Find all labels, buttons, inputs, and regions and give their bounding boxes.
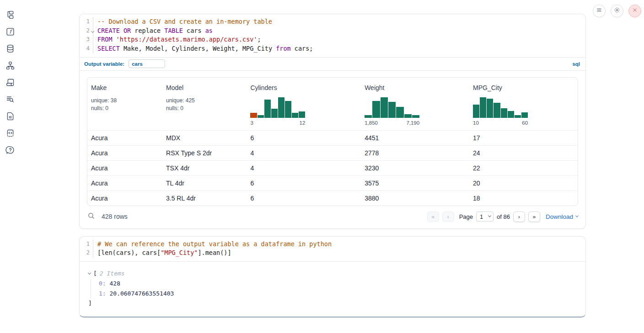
page-select[interactable]: 1 [476,211,494,222]
row-count: 428 rows [102,213,128,220]
table-row[interactable]: AcuraTL 4dr6357520 [87,175,578,190]
prev-page-button[interactable]: ‹ [442,211,454,222]
table-cell: Acura [87,180,162,187]
code-token: replace [131,27,164,34]
table-cell: 17 [469,134,578,142]
output-variable-input[interactable] [129,59,165,68]
line-number: 4 [80,44,93,53]
column-histogram: 1060 [473,95,528,126]
close-bracket: ] [88,299,576,307]
divider [80,70,585,71]
code-token: cars; [291,45,313,52]
tree-value: 428 [106,280,120,287]
tree-root: [ 2 Items [88,269,576,278]
page-select-value: 1 [480,213,483,220]
line-number: 3 [80,35,93,44]
line-number: 1 [80,17,93,26]
scratchpad-icon[interactable] [5,78,15,87]
table-header: Makeunique: 38nulls: 0Modelunique: 425nu… [87,78,578,130]
table-cell: Acura [87,149,162,157]
snippets-icon[interactable] [5,128,15,138]
column-label[interactable]: Weight [365,84,469,91]
histogram-bar [258,115,264,118]
code-token: cars [183,27,205,34]
last-page-button[interactable]: » [528,211,540,222]
histogram-axis-labels: 1,8507,190 [365,120,419,126]
code-line[interactable]: # We can reference the output variable a… [97,240,585,249]
line-number: 1 [80,240,93,249]
code-token: -- Download a CSV and create an in-memor… [97,18,272,25]
table-cell: MDX [162,134,247,142]
table-cell: TSX 4dr [162,164,247,172]
code-token: SELECT [97,45,120,52]
tree-entries: 0: 4281: 20.060747663551403 [91,279,576,299]
histogram-bar [480,97,486,118]
column-label[interactable]: Make [91,84,162,91]
table-footer: 428 rows « ‹ Page 1 of 86 › » Download [80,206,585,228]
python-code-editor[interactable]: 12 # We can reference the output variabl… [80,237,585,261]
table-row[interactable]: AcuraMDX6445117 [87,130,578,145]
tree-entry: 0: 428 [99,279,576,289]
column-stats: unique: 38nulls: 0 [91,97,162,112]
table-cell: 2778 [361,149,469,157]
sql-code-editor[interactable]: 1234 -- Download a CSV and create an in-… [80,14,585,57]
python-code-lines[interactable]: # We can reference the output variable a… [93,240,585,258]
table-cell: 6 [247,180,361,187]
documentation-icon[interactable] [5,111,15,121]
histogram-bars [250,95,305,118]
variables-icon[interactable]: f [5,27,15,37]
search-icon[interactable] [87,212,95,222]
histogram-bar [271,109,278,118]
open-bracket: [ [93,270,97,277]
table-row[interactable]: AcuraRSX Type S 2dr4277824 [87,145,578,160]
tree-key: 1: [99,290,106,297]
help-icon[interactable] [5,145,15,155]
code-token: CREATE OR [97,27,131,34]
next-page-button[interactable]: › [513,211,525,222]
table-row[interactable]: Acura3.5 RL 4dr6388018 [87,190,578,206]
column-label[interactable]: Model [166,84,247,91]
histogram-bar [278,97,284,118]
table-row[interactable]: AcuraTSX 4dr4323022 [87,160,578,175]
tree-entry: 1: 20.060747663551403 [99,289,576,299]
download-button[interactable]: Download [546,213,578,220]
output-variable-label: Output variable: [84,61,124,67]
table-cell: Acura [87,134,162,142]
line-number: 2 [80,26,93,36]
histogram-bar [264,100,271,118]
line-number: 2 [80,248,93,258]
table-cell: 22 [469,164,578,172]
column-label[interactable]: MPG_City [473,84,578,91]
column-stats: unique: 425nulls: 0 [166,97,247,112]
chevron-down-icon [575,214,579,217]
first-page-button[interactable]: « [427,211,439,222]
column-label[interactable]: Cylinders [250,84,361,91]
code-line[interactable]: SELECT Make, Model, Cylinders, Weight, M… [97,44,585,53]
axis-max-label: 12 [300,120,306,126]
column-histogram: 1,8507,190 [365,95,419,126]
data-sources-icon[interactable] [5,44,15,53]
chevron-down-icon [488,214,491,217]
collapse-chevron-icon[interactable] [88,271,91,275]
file-explorer-icon[interactable] [5,10,15,20]
code-token: [len(cars), cars[ [97,249,161,256]
code-line[interactable]: FROM 'https://datasets.marimo.app/cars.c… [97,35,585,44]
code-line[interactable]: CREATE OR replace TABLE cars as [97,26,585,36]
code-token: 'https://datasets.marimo.app/cars.csv' [116,36,258,43]
settings-button[interactable] [611,5,623,17]
stat-line: unique: 38 [91,97,162,105]
logs-icon[interactable] [5,95,15,104]
close-button[interactable] [628,5,641,17]
code-line[interactable]: -- Download a CSV and create an in-memor… [97,17,585,26]
histogram-bar [250,113,257,118]
table-cell: 4451 [361,134,469,142]
axis-max-label: 60 [522,120,528,126]
sql-code-lines[interactable]: -- Download a CSV and create an in-memor… [93,17,585,53]
result-table: Makeunique: 38nulls: 0Modelunique: 425nu… [87,77,578,206]
menu-button[interactable] [593,5,606,17]
dependency-graph-icon[interactable] [5,61,15,70]
code-line[interactable]: [len(cars), cars["MPG_City"].mean()] [97,248,585,258]
histogram-bars [473,95,528,118]
table-cell: 18 [469,195,578,202]
items-count-label: 2 Items [100,270,125,277]
